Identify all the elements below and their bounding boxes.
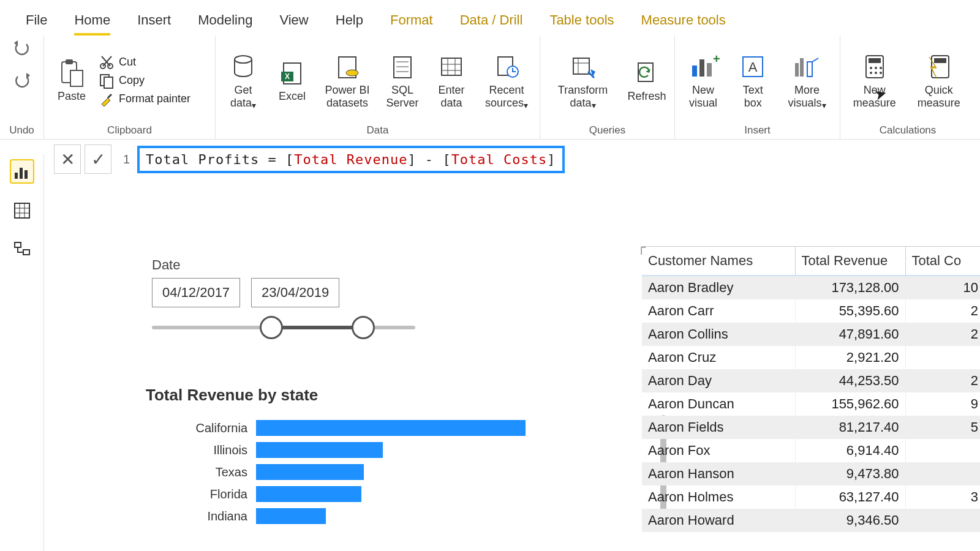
svg-rect-37 xyxy=(934,58,946,63)
svg-rect-2 xyxy=(70,70,83,86)
enterdata-label: Enter data xyxy=(434,84,469,109)
excel-button[interactable]: X Excel xyxy=(271,58,314,103)
model-view-tab[interactable] xyxy=(11,239,33,261)
chart-title: Total Revenue by state xyxy=(146,386,648,405)
copy-button[interactable]: Copy xyxy=(99,73,190,88)
menu-datadrill[interactable]: Data / Drill xyxy=(447,9,537,36)
cell-cost: 2 xyxy=(905,369,980,392)
cell-name: Aaron Howard xyxy=(642,509,795,532)
pbids-button[interactable]: Power BI datasets xyxy=(320,52,375,109)
bar-row[interactable]: Illinois xyxy=(146,439,648,461)
cell-name: Aaron Hanson xyxy=(642,462,795,485)
svg-text:+: + xyxy=(713,52,720,66)
svg-rect-17 xyxy=(573,58,589,74)
enterdata-button[interactable]: Enter data xyxy=(430,52,473,109)
table-row[interactable]: Aaron Carr 55,395.60 2 xyxy=(642,299,980,323)
table-row[interactable]: Aaron Bradley 173,128.00 10 xyxy=(642,276,980,299)
table-row[interactable]: Aaron Cruz 2,921.20 xyxy=(642,346,980,369)
svg-point-35 xyxy=(880,72,882,74)
col-costs[interactable]: Total Co xyxy=(905,247,980,276)
slicer-slider[interactable] xyxy=(152,326,415,329)
cell-revenue: 9,473.80 xyxy=(795,462,905,485)
group-label-undo: Undo xyxy=(6,122,37,137)
col-revenue[interactable]: Total Revenue xyxy=(795,247,905,276)
cell-cost xyxy=(905,439,980,462)
bar-row[interactable]: Florida xyxy=(146,483,648,505)
table-row[interactable]: Aaron Collins 47,891.60 2 xyxy=(642,323,980,346)
menu-file[interactable]: File xyxy=(12,9,61,36)
recent-button[interactable]: Recent sources▾ xyxy=(479,52,534,109)
bar-label: Texas xyxy=(146,465,256,479)
slicer-end-input[interactable]: 23/04/2019 xyxy=(251,278,339,307)
morevisuals-button[interactable]: More visuals▾ xyxy=(780,52,834,109)
customer-table[interactable]: ┌ Customer Names Total Revenue Total Co … xyxy=(642,246,980,532)
textbox-icon: A xyxy=(738,52,767,81)
revenue-by-state-chart[interactable]: Total Revenue by state California Illino… xyxy=(146,386,648,527)
bar-label: Florida xyxy=(146,487,256,501)
menu-view[interactable]: View xyxy=(266,9,322,36)
data-view-tab[interactable] xyxy=(11,200,33,222)
paste-label: Paste xyxy=(58,90,86,103)
bar-fill xyxy=(256,464,364,480)
svg-point-30 xyxy=(870,67,872,69)
formula-accept-button[interactable]: ✓ xyxy=(85,144,111,174)
group-label-clipboard: Clipboard xyxy=(50,122,209,137)
svg-rect-18 xyxy=(638,63,653,81)
pbids-icon xyxy=(333,52,362,81)
refresh-icon xyxy=(632,58,662,88)
formatpainter-label: Format painter xyxy=(119,92,190,105)
table-row[interactable]: Aaron Hanson 9,473.80 xyxy=(642,462,980,485)
transform-button[interactable]: Transform data▾ xyxy=(546,52,619,109)
table-row[interactable]: Aaron Fox 6,914.40 xyxy=(642,439,980,462)
undo-icon[interactable] xyxy=(13,39,31,59)
cell-revenue: 47,891.60 xyxy=(795,323,905,346)
formula-ref1: Total Revenue xyxy=(294,152,407,167)
formula-lb1: [ xyxy=(285,152,294,167)
getdata-button[interactable]: Get data▾ xyxy=(222,52,265,109)
table-row[interactable]: Aaron Holmes 63,127.40 3 xyxy=(642,485,980,509)
table-icon xyxy=(437,52,466,81)
menu-home[interactable]: Home xyxy=(61,9,124,36)
group-label-insert: Insert xyxy=(681,122,834,137)
refresh-button[interactable]: Refresh xyxy=(625,58,668,103)
table-row[interactable]: Aaron Fields 81,217.40 5 xyxy=(642,416,980,439)
textbox-button[interactable]: A Text box xyxy=(731,52,774,109)
cut-button[interactable]: Cut xyxy=(99,55,190,70)
newmeasure-button[interactable]: New measure xyxy=(846,52,902,109)
table-row[interactable]: Aaron Duncan 155,962.60 9 xyxy=(642,392,980,416)
bar-row[interactable]: Texas xyxy=(146,461,648,483)
svg-rect-20 xyxy=(699,59,704,77)
formula-cancel-button[interactable]: ✕ xyxy=(54,144,81,174)
svg-point-31 xyxy=(875,67,877,69)
quickmeasure-button[interactable]: Quick measure xyxy=(908,52,969,109)
paste-button[interactable]: Paste xyxy=(50,58,93,103)
copy-label: Copy xyxy=(119,74,145,87)
menu-format[interactable]: Format xyxy=(377,9,447,36)
col-customer[interactable]: Customer Names xyxy=(642,247,795,276)
bar-row[interactable]: California xyxy=(146,417,648,439)
cell-revenue: 63,127.40 xyxy=(795,485,905,509)
menu-insert[interactable]: Insert xyxy=(124,9,184,36)
menu-tabletools[interactable]: Table tools xyxy=(536,9,627,36)
cell-name: Aaron Fox xyxy=(642,439,795,462)
slider-handle-end[interactable] xyxy=(352,316,375,339)
bar-row[interactable]: Indiana xyxy=(146,505,648,527)
report-view-tab[interactable] xyxy=(11,160,33,182)
sql-button[interactable]: SQL Server xyxy=(381,52,424,109)
menu-measuretools[interactable]: Measure tools xyxy=(628,9,739,36)
menu-help[interactable]: Help xyxy=(322,9,377,36)
slider-handle-start[interactable] xyxy=(260,316,283,339)
newvisual-button[interactable]: + New visual xyxy=(681,52,725,109)
cell-cost: 2 xyxy=(905,323,980,346)
svg-rect-13 xyxy=(394,57,411,78)
svg-rect-26 xyxy=(800,58,804,77)
slicer-start-input[interactable]: 04/12/2017 xyxy=(152,278,240,307)
menu-modeling[interactable]: Modeling xyxy=(184,9,266,36)
date-slicer[interactable]: Date 04/12/2017 23/04/2019 xyxy=(152,257,415,329)
table-row[interactable]: Aaron Howard 9,346.50 xyxy=(642,509,980,532)
redo-icon[interactable] xyxy=(13,72,31,92)
formula-input[interactable]: Total Profits = [Total Revenue] - [Total… xyxy=(137,146,565,173)
table-row[interactable]: Aaron Day 44,253.50 2 xyxy=(642,369,980,392)
formatpainter-button[interactable]: Format painter xyxy=(99,92,190,107)
cell-revenue: 44,253.50 xyxy=(795,369,905,392)
